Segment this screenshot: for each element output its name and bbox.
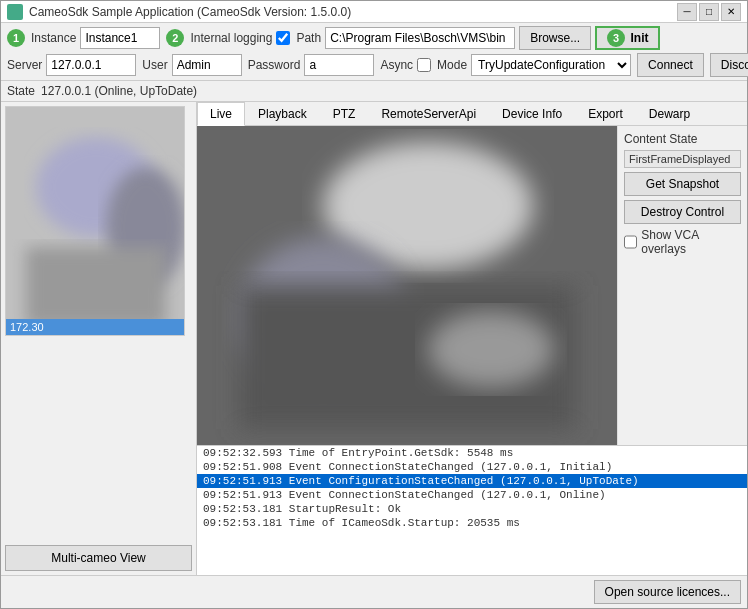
init-badge: 3 <box>607 29 625 47</box>
open-source-button[interactable]: Open source licences... <box>594 580 741 604</box>
async-checkbox[interactable] <box>417 58 431 72</box>
camera-preview[interactable]: 172.30 <box>5 106 185 336</box>
vca-overlay-row: Show VCA overlays <box>624 228 741 256</box>
state-value: 127.0.0.1 (Online, UpToDate) <box>41 84 197 98</box>
svg-rect-3 <box>26 247 166 327</box>
maximize-button[interactable]: □ <box>699 3 719 21</box>
tab-deviceinfo[interactable]: Device Info <box>489 102 575 126</box>
video-area <box>197 126 617 445</box>
content-area: Live Playback PTZ RemoteServerApi Device… <box>197 102 747 575</box>
instance-group: 1 Instance <box>7 27 160 49</box>
instance-input[interactable] <box>80 27 160 49</box>
titlebar: CameoSdk Sample Application (CameoSdk Ve… <box>1 1 747 23</box>
log-item[interactable]: 09:52:32.593 Time of EntryPoint.GetSdk: … <box>197 446 747 460</box>
state-row: State 127.0.0.1 (Online, UpToDate) <box>1 81 747 102</box>
instance-label: Instance <box>31 31 76 45</box>
destroy-control-button[interactable]: Destroy Control <box>624 200 741 224</box>
log-item[interactable]: 09:52:51.908 Event ConnectionStateChange… <box>197 460 747 474</box>
app-icon <box>7 4 23 20</box>
tab-live[interactable]: Live <box>197 102 245 126</box>
server-input[interactable] <box>46 54 136 76</box>
close-button[interactable]: ✕ <box>721 3 741 21</box>
main-window: CameoSdk Sample Application (CameoSdk Ve… <box>0 0 748 609</box>
window-title: CameoSdk Sample Application (CameoSdk Ve… <box>29 5 351 19</box>
logging-badge: 2 <box>166 29 184 47</box>
titlebar-controls: ─ □ ✕ <box>677 3 741 21</box>
logging-group: 2 Internal logging <box>166 29 290 47</box>
tab-playback[interactable]: Playback <box>245 102 320 126</box>
mode-label: Mode <box>437 58 467 72</box>
content-state-display: FirstFrameDisplayed <box>624 150 741 168</box>
internal-logging-checkbox[interactable] <box>276 31 290 45</box>
main-area: 172.30 Multi-cameo View Live Playback PT… <box>1 102 747 575</box>
tab-ptz[interactable]: PTZ <box>320 102 369 126</box>
video-placeholder <box>197 126 617 445</box>
log-item[interactable]: 09:52:51.913 Event ConfigurationStateCha… <box>197 474 747 488</box>
show-vca-checkbox[interactable] <box>624 235 637 249</box>
camera-preview-inner: 172.30 <box>6 107 184 335</box>
tabs: Live Playback PTZ RemoteServerApi Device… <box>197 102 747 126</box>
password-input[interactable] <box>304 54 374 76</box>
connect-button[interactable]: Connect <box>637 53 704 77</box>
async-group: Async <box>380 58 431 72</box>
tab-dewarp[interactable]: Dewarp <box>636 102 703 126</box>
server-label: Server <box>7 58 42 72</box>
mode-group: Mode TryUpdateConfiguration <box>437 54 631 76</box>
path-label: Path <box>296 31 321 45</box>
browse-button[interactable]: Browse... <box>519 26 591 50</box>
log-item[interactable]: 09:52:53.181 StartupResult: Ok <box>197 502 747 516</box>
camera-list: 172.30 <box>1 102 196 541</box>
tab-remoteserverapi[interactable]: RemoteServerApi <box>368 102 489 126</box>
log-area: 09:52:32.593 Time of EntryPoint.GetSdk: … <box>197 445 747 575</box>
user-input[interactable] <box>172 54 242 76</box>
tab-content: Content State FirstFrameDisplayed Get Sn… <box>197 126 747 445</box>
toolbar-row1: 1 Instance 2 Internal logging Path Brows… <box>1 23 747 81</box>
bottom-bar: Open source licences... <box>1 575 747 608</box>
path-input[interactable] <box>325 27 515 49</box>
row1: 1 Instance 2 Internal logging Path Brows… <box>7 26 741 50</box>
sidebar: 172.30 Multi-cameo View <box>1 102 197 575</box>
multi-cameo-button[interactable]: Multi-cameo View <box>5 545 192 571</box>
titlebar-left: CameoSdk Sample Application (CameoSdk Ve… <box>7 4 351 20</box>
user-group: User <box>142 54 241 76</box>
log-item[interactable]: 09:52:51.913 Event ConnectionStateChange… <box>197 488 747 502</box>
show-vca-label: Show VCA overlays <box>641 228 741 256</box>
controls-panel: Content State FirstFrameDisplayed Get Sn… <box>617 126 747 445</box>
instance-badge: 1 <box>7 29 25 47</box>
disconnect-button[interactable]: Disconnect <box>710 53 748 77</box>
row2: Server User Password Async Mode TryUpdat… <box>7 53 741 77</box>
svg-point-8 <box>428 311 554 388</box>
password-label: Password <box>248 58 301 72</box>
get-snapshot-button[interactable]: Get Snapshot <box>624 172 741 196</box>
minimize-button[interactable]: ─ <box>677 3 697 21</box>
server-group: Server <box>7 54 136 76</box>
content-state-label: Content State <box>624 132 741 146</box>
init-button[interactable]: 3 Init <box>595 26 660 50</box>
log-item[interactable]: 09:52:53.181 Time of ICameoSdk.Startup: … <box>197 516 747 530</box>
internal-logging-label: Internal logging <box>190 31 272 45</box>
user-label: User <box>142 58 167 72</box>
mode-select[interactable]: TryUpdateConfiguration <box>471 54 631 76</box>
camera-label: 172.30 <box>6 319 184 335</box>
tab-export[interactable]: Export <box>575 102 636 126</box>
async-label: Async <box>380 58 413 72</box>
password-group: Password <box>248 54 375 76</box>
state-label: State <box>7 84 35 98</box>
path-group: Path Browse... 3 Init <box>296 26 660 50</box>
